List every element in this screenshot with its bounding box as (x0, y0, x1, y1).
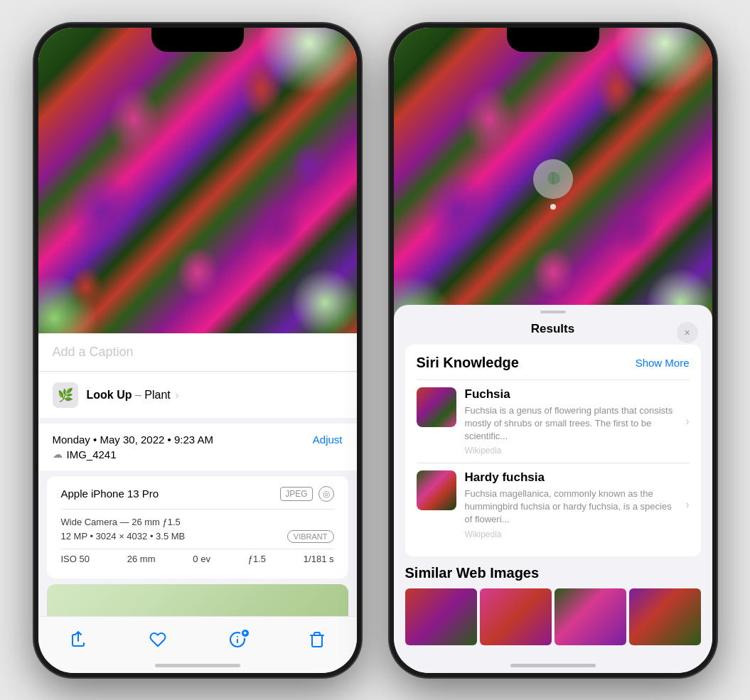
format-badge: JPEG (280, 487, 312, 501)
notch-right (507, 28, 599, 52)
hardy-chevron: › (685, 498, 689, 511)
close-icon: × (684, 327, 690, 338)
lookup-text: Look Up – Plant › (87, 389, 179, 402)
web-image-2[interactable] (480, 588, 552, 645)
lookup-section[interactable]: 🌿 Look Up – Plant › (38, 372, 357, 418)
aperture: ƒ1.5 (248, 554, 266, 564)
date-row: Monday • May 30, 2022 • 9:23 AM Adjust (53, 434, 343, 446)
visual-lookup-dot (550, 204, 556, 210)
notch-left (151, 28, 244, 52)
trash-icon (309, 631, 326, 648)
device-name: Apple iPhone 13 Pro (61, 488, 159, 500)
trash-button[interactable] (303, 625, 331, 654)
shutter: 1/181 s (304, 554, 334, 564)
close-button[interactable]: × (677, 322, 698, 343)
siri-knowledge-title: Siri Knowledge (417, 355, 519, 371)
device-row: Apple iPhone 13 Pro JPEG ◎ (61, 486, 334, 510)
info-button[interactable]: ✦ (223, 625, 252, 654)
right-screen: Results × Siri Knowledge Show More (394, 28, 712, 673)
home-indicator-right (510, 664, 596, 667)
svg-point-2 (237, 636, 238, 637)
focal-length: 26 mm (127, 554, 156, 564)
quality-badge: VIBRANT (287, 530, 334, 543)
show-more-button[interactable]: Show More (636, 357, 690, 369)
info-icon-badge: ✦ (229, 631, 246, 648)
web-image-3[interactable] (555, 588, 626, 645)
iso: ISO 50 (61, 554, 90, 564)
camera-specs: 12 MP • 3024 × 4032 • 3.5 MB VIBRANT (61, 530, 334, 543)
photo-left[interactable] (38, 28, 357, 333)
siri-knowledge-section: Siri Knowledge Show More Fuchsia Fuchsia… (405, 345, 701, 556)
device-section: Apple iPhone 13 Pro JPEG ◎ Wide Camera —… (47, 476, 348, 578)
hardy-source: Wikipedia (465, 529, 677, 539)
lookup-type: Plant (144, 389, 170, 401)
filename-row: ☁ IMG_4241 (53, 448, 343, 461)
location-icon: ◎ (318, 486, 334, 502)
exif-row: ISO 50 26 mm 0 ev ƒ1.5 1/181 s (61, 549, 334, 569)
fuchsia-source: Wikipedia (465, 446, 677, 456)
date-text: Monday • May 30, 2022 • 9:23 AM (53, 434, 213, 446)
hardy-content: Hardy fuchsia Fuchsia magellanica, commo… (465, 470, 677, 539)
sparkle-badge: ✦ (240, 628, 250, 638)
device-badges: JPEG ◎ (280, 486, 333, 502)
filename: IMG_4241 (67, 448, 117, 461)
heart-icon (149, 631, 166, 648)
caption-area[interactable]: Add a Caption (38, 333, 357, 372)
cloud-icon: ☁ (53, 448, 63, 460)
left-phone: Add a Caption 🌿 Look Up – Plant › Mon (34, 23, 361, 677)
heart-button[interactable] (144, 625, 172, 654)
lookup-dash: – (135, 389, 144, 401)
results-header: Results × (394, 316, 712, 345)
fuchsia-description: Fuchsia is a genus of flowering plants t… (465, 404, 677, 443)
phones-container: Add a Caption 🌿 Look Up – Plant › Mon (34, 23, 717, 677)
lookup-label: Look Up (87, 389, 132, 401)
knowledge-item-fuchsia[interactable]: Fuchsia Fuchsia is a genus of flowering … (417, 379, 690, 463)
lookup-chevron: › (175, 389, 178, 401)
web-images-grid (405, 588, 701, 645)
camera-type: Wide Camera — 26 mm ƒ1.5 (61, 517, 334, 527)
right-phone: Results × Siri Knowledge Show More (390, 23, 717, 677)
fuchsia-content: Fuchsia Fuchsia is a genus of flowering … (465, 387, 677, 456)
hardy-name: Hardy fuchsia (465, 470, 677, 485)
date-section: Monday • May 30, 2022 • 9:23 AM Adjust ☁… (38, 424, 357, 470)
web-image-4[interactable] (629, 588, 701, 645)
leaf-icon (542, 168, 564, 190)
fuchsia-name: Fuchsia (465, 387, 677, 402)
resolution: 12 MP • 3024 × 4032 • 3.5 MB (61, 531, 186, 542)
results-sheet: Results × Siri Knowledge Show More (394, 305, 712, 673)
hardy-thumbnail (417, 470, 456, 510)
caption-placeholder[interactable]: Add a Caption (53, 345, 134, 359)
adjust-button[interactable]: Adjust (313, 434, 343, 446)
toolbar-left: ✦ (38, 616, 357, 673)
knowledge-header: Siri Knowledge Show More (417, 355, 690, 371)
share-icon (70, 631, 87, 648)
ev: 0 ev (193, 554, 210, 564)
photo-right (394, 28, 712, 333)
sheet-handle (540, 311, 566, 313)
hardy-description: Fuchsia magellanica, commonly known as t… (465, 488, 677, 527)
results-title: Results (531, 322, 574, 336)
lookup-icon: 🌿 (53, 382, 78, 408)
web-images-section: Similar Web Images (405, 565, 701, 645)
web-image-1[interactable] (405, 588, 477, 645)
visual-lookup-button[interactable] (533, 159, 573, 199)
web-images-title: Similar Web Images (405, 565, 701, 581)
fuchsia-chevron: › (685, 415, 689, 428)
knowledge-item-hardy[interactable]: Hardy fuchsia Fuchsia magellanica, commo… (417, 463, 690, 546)
fuchsia-thumbnail (417, 387, 456, 427)
home-indicator-left (155, 664, 240, 667)
share-button[interactable] (64, 625, 92, 654)
left-screen: Add a Caption 🌿 Look Up – Plant › Mon (38, 28, 357, 673)
